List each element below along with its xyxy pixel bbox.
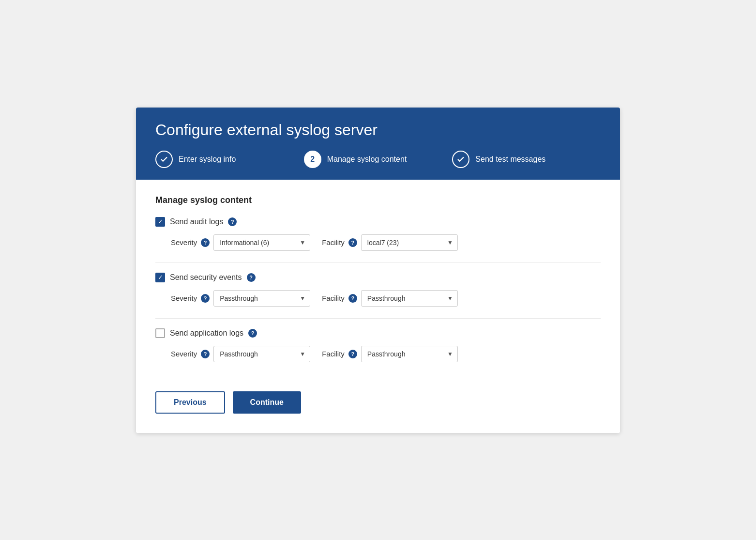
wizard-step-2: 2 Manage syslog content [304, 151, 453, 168]
application-facility-select-wrapper: Passthrough local0 (16) local1 (17) loca… [361, 346, 458, 362]
application-facility-label: Facility [322, 350, 345, 358]
step3-label: Send test messages [475, 155, 545, 164]
security-facility-label: Facility [322, 294, 345, 302]
wizard-title: Configure external syslog server [155, 121, 601, 139]
application-severity-help-icon[interactable]: ? [201, 350, 210, 358]
application-severity-select-wrapper: Passthrough Emergency (0) Alert (1) Crit… [213, 346, 310, 362]
application-logs-label: Send application logs [170, 329, 243, 338]
audit-severity-group: Severity ? Informational (6) Emergency (… [171, 234, 310, 251]
step1-circle [155, 151, 173, 168]
audit-facility-group: Facility ? local7 (23) local0 (16) local… [322, 234, 458, 251]
section-title: Manage syslog content [155, 195, 601, 205]
application-severity-select[interactable]: Passthrough Emergency (0) Alert (1) Crit… [213, 346, 310, 362]
audit-facility-help-icon[interactable]: ? [348, 238, 357, 247]
step2-circle: 2 [304, 151, 321, 168]
step2-number: 2 [310, 155, 315, 164]
security-severity-select[interactable]: Passthrough Emergency (0) Alert (1) Crit… [213, 290, 310, 307]
security-severity-group: Severity ? Passthrough Emergency (0) Ale… [171, 290, 310, 307]
audit-logs-help-icon[interactable]: ? [228, 217, 237, 226]
security-severity-label: Severity [171, 294, 197, 302]
application-logs-fields: Severity ? Passthrough Emergency (0) Ale… [171, 346, 601, 362]
wizard-steps: Enter syslog info 2 Manage syslog conten… [155, 151, 601, 168]
security-events-checkbox-row: ✓ Send security events ? [155, 273, 601, 282]
application-facility-help-icon[interactable]: ? [348, 350, 357, 358]
application-logs-checkbox-row: Send application logs ? [155, 328, 601, 338]
audit-severity-label: Severity [171, 238, 197, 247]
security-events-help-icon[interactable]: ? [247, 273, 256, 282]
application-severity-label: Severity [171, 350, 197, 358]
security-events-fields: Severity ? Passthrough Emergency (0) Ale… [171, 290, 601, 307]
application-severity-group: Severity ? Passthrough Emergency (0) Ale… [171, 346, 310, 362]
security-facility-select-wrapper: Passthrough local0 (16) local1 (17) loca… [361, 290, 458, 307]
application-facility-select[interactable]: Passthrough local0 (16) local1 (17) loca… [361, 346, 458, 362]
wizard-container: Configure external syslog server Enter s… [136, 108, 620, 433]
continue-button[interactable]: Continue [233, 391, 301, 414]
audit-logs-checkbox[interactable]: ✓ [155, 217, 165, 227]
audit-facility-select-wrapper: local7 (23) local0 (16) local1 (17) loca… [361, 234, 458, 251]
security-events-label: Send security events [170, 273, 242, 282]
wizard-step-3: Send test messages [452, 151, 601, 168]
divider-2 [155, 318, 601, 319]
security-facility-group: Facility ? Passthrough local0 (16) local… [322, 290, 458, 307]
audit-severity-select-wrapper: Informational (6) Emergency (0) Alert (1… [213, 234, 310, 251]
audit-logs-label: Send audit logs [170, 217, 223, 226]
application-logs-section: Send application logs ? Severity ? Passt… [155, 328, 601, 362]
wizard-header: Configure external syslog server Enter s… [136, 108, 620, 180]
previous-button[interactable]: Previous [155, 391, 225, 414]
audit-facility-select[interactable]: local7 (23) local0 (16) local1 (17) loca… [361, 234, 458, 251]
step2-label: Manage syslog content [327, 155, 407, 164]
audit-severity-help-icon[interactable]: ? [201, 238, 210, 247]
security-events-checkmark: ✓ [158, 274, 163, 280]
application-logs-help-icon[interactable]: ? [248, 329, 257, 338]
audit-facility-label: Facility [322, 238, 345, 247]
security-facility-select[interactable]: Passthrough local0 (16) local1 (17) loca… [361, 290, 458, 307]
application-facility-group: Facility ? Passthrough local0 (16) local… [322, 346, 458, 362]
step3-circle [452, 151, 469, 168]
wizard-step-1: Enter syslog info [155, 151, 304, 168]
divider-1 [155, 262, 601, 263]
wizard-body: Manage syslog content ✓ Send audit logs … [136, 180, 620, 433]
audit-logs-section: ✓ Send audit logs ? Severity ? Informati… [155, 217, 601, 251]
security-severity-help-icon[interactable]: ? [201, 294, 210, 303]
audit-logs-checkbox-row: ✓ Send audit logs ? [155, 217, 601, 227]
security-events-section: ✓ Send security events ? Severity ? Pass… [155, 273, 601, 307]
audit-logs-fields: Severity ? Informational (6) Emergency (… [171, 234, 601, 251]
audit-severity-select[interactable]: Informational (6) Emergency (0) Alert (1… [213, 234, 310, 251]
step1-label: Enter syslog info [179, 155, 236, 164]
security-facility-help-icon[interactable]: ? [348, 294, 357, 303]
footer-actions: Previous Continue [155, 382, 601, 414]
security-severity-select-wrapper: Passthrough Emergency (0) Alert (1) Crit… [213, 290, 310, 307]
application-logs-checkbox[interactable] [155, 328, 165, 338]
security-events-checkbox[interactable]: ✓ [155, 273, 165, 282]
audit-logs-checkmark: ✓ [158, 218, 163, 225]
